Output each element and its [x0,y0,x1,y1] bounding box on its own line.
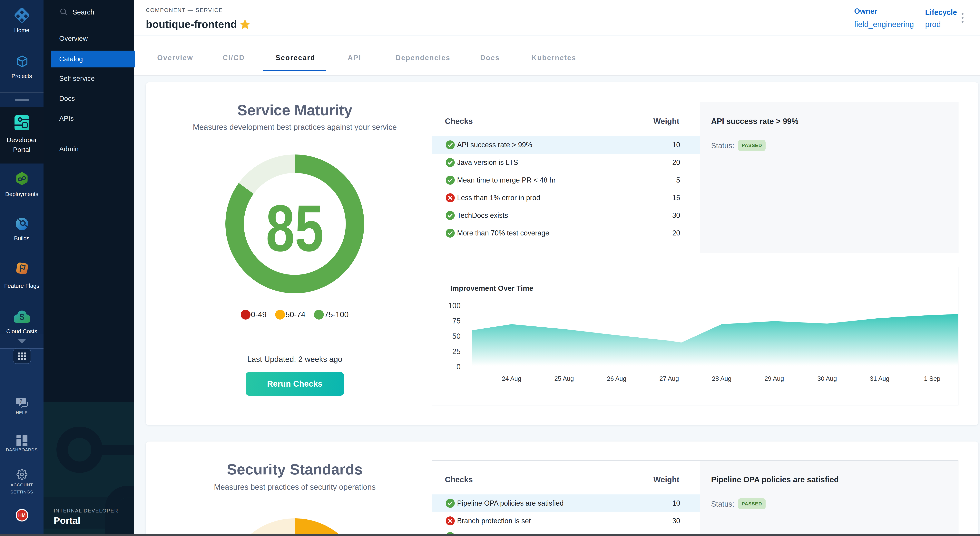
svg-text:100: 100 [448,302,461,310]
svg-text:25: 25 [452,347,461,356]
svg-text:85: 85 [266,191,324,265]
svg-text:$: $ [20,312,24,322]
svg-text:1 Sep: 1 Sep [924,375,940,382]
svg-text:24 Aug: 24 Aug [502,375,521,382]
svg-text:26 Aug: 26 Aug [607,375,627,382]
svg-text:25 Aug: 25 Aug [554,375,574,382]
svg-text:29 Aug: 29 Aug [764,375,784,382]
svg-text:50: 50 [452,332,461,340]
svg-text:28 Aug: 28 Aug [712,375,732,382]
svg-text:27 Aug: 27 Aug [659,375,679,382]
svg-text:75: 75 [452,317,461,325]
svg-text:0: 0 [457,363,461,371]
svg-text:31 Aug: 31 Aug [870,375,889,382]
svg-text:30 Aug: 30 Aug [817,375,837,382]
svg-text:?: ? [19,398,22,404]
